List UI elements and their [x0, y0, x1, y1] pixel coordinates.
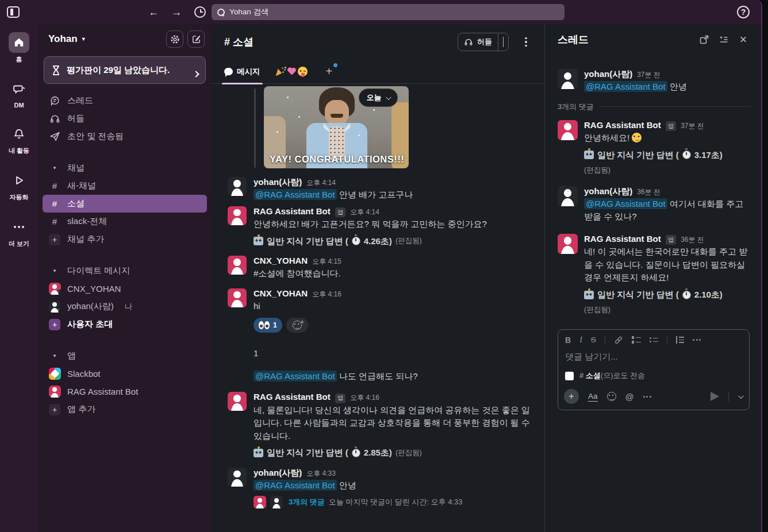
message-timestamp[interactable]: 36분 전 — [637, 187, 661, 197]
message[interactable]: CNX_YOHAN 오후 4:15 #소셜에 참여했습니다. — [212, 253, 544, 282]
message-author[interactable]: RAG Assistant Bot — [584, 120, 661, 130]
sidebar-app-rag-bot[interactable]: RAG Assistant Bot — [43, 383, 207, 400]
workspace-name[interactable]: Yohan — [48, 33, 78, 45]
message-author[interactable]: yohan(사람) — [254, 177, 302, 188]
mention[interactable]: @RAG Assistant Bot — [254, 371, 337, 381]
apps-section-header[interactable]: ▼ 앱 — [43, 347, 207, 365]
reply-input[interactable]: 댓글 남기기... — [558, 348, 749, 369]
more-formatting-button[interactable] — [693, 339, 701, 341]
dm-section-header[interactable]: ▼ 다이렉트 메시지 — [43, 262, 207, 280]
italic-button[interactable]: I — [579, 336, 582, 345]
channels-section-header[interactable]: ▼ 채널 — [43, 159, 207, 177]
mention[interactable]: @RAG Assistant Bot — [254, 480, 337, 491]
filter-settings-button[interactable] — [166, 30, 183, 48]
history-forward-icon[interactable]: → — [171, 7, 182, 17]
message-timestamp[interactable]: 37분 전 — [637, 70, 661, 80]
avatar[interactable] — [228, 206, 247, 225]
rail-item-more[interactable]: 더 보기 — [9, 217, 29, 248]
avatar[interactable] — [558, 69, 578, 89]
message[interactable]: yohan(사람) 오후 4:14 @RAG Assistant Bot 안녕 … — [212, 174, 544, 203]
bold-button[interactable]: B — [565, 336, 571, 345]
mention[interactable]: @RAG Assistant Bot — [254, 189, 337, 200]
send-button[interactable] — [711, 392, 719, 401]
rail-item-activity[interactable]: 내 활동 — [9, 124, 29, 155]
message[interactable]: yohan(사람) 오후 4:33 @RAG Assistant Bot 안녕 … — [212, 465, 544, 511]
message-author[interactable]: RAG Assistant Bot — [254, 392, 331, 402]
date-pill[interactable]: 오늘 — [359, 88, 398, 107]
mention-button[interactable]: @ — [625, 392, 634, 402]
message-author[interactable]: CNX_YOHAN — [254, 288, 308, 298]
send-options-chevron-icon[interactable] — [738, 393, 744, 399]
avatar[interactable] — [558, 234, 578, 254]
attach-button[interactable]: + — [564, 389, 579, 404]
mention[interactable]: @RAG Assistant Bot — [584, 198, 667, 209]
avatar[interactable] — [228, 468, 247, 487]
bulleted-list-button[interactable] — [650, 337, 658, 342]
message-timestamp[interactable]: 오후 4:14 — [306, 178, 336, 188]
message[interactable]: yohan(사람) 36분 전 @RAG Assistant Bot 여기서 대… — [545, 183, 761, 225]
compose-button[interactable] — [187, 30, 205, 48]
message[interactable]: 1 — [212, 344, 544, 362]
thread-indicator[interactable]: 3개의 댓글 오늘 마지막 댓글이 달린 시간: 오후 4:33 — [254, 496, 531, 508]
message-timestamp[interactable]: 37분 전 — [681, 121, 704, 131]
help-icon[interactable]: ? — [737, 6, 750, 18]
sidebar-dm-cnx-yohan[interactable]: ☾ CNX_YOHAN — [43, 280, 207, 298]
add-channel-button[interactable]: + 채널 추가 — [43, 230, 207, 248]
message-author[interactable]: yohan(사람) — [584, 186, 632, 197]
formatting-toggle-button[interactable]: Aa — [588, 392, 598, 402]
sidebar-item-drafts[interactable]: 초안 및 전송됨 — [43, 128, 207, 145]
message-author[interactable]: yohan(사람) — [584, 69, 632, 80]
huddle-button[interactable]: 허들 — [458, 33, 509, 51]
message-timestamp[interactable]: 36분 전 — [681, 235, 704, 245]
avatar[interactable] — [558, 120, 578, 140]
broadcast-checkbox[interactable] — [565, 372, 574, 380]
message[interactable]: yohan(사람) 37분 전 @RAG Assistant Bot 안녕 — [545, 65, 761, 95]
message[interactable]: RAG Assistant Bot 앱 37분 전 안녕하세요! 일반 지식 기… — [545, 117, 761, 177]
avatar[interactable] — [558, 186, 578, 206]
sidebar-channel-new[interactable]: # 새-채널 — [43, 177, 207, 195]
workspace-caret-icon[interactable]: ▼ — [81, 36, 86, 42]
later-checklist-button[interactable] — [714, 30, 734, 49]
message-author[interactable]: RAG Assistant Bot — [254, 206, 331, 216]
message-timestamp[interactable]: 오후 4:15 — [312, 257, 341, 267]
channel-title[interactable]: # 소셜 — [224, 35, 254, 49]
message[interactable]: @RAG Assistant Bot 나도 언급해도 되나? — [212, 367, 544, 385]
history-back-icon[interactable]: ← — [148, 7, 159, 17]
search-input[interactable]: Yohan 검색 — [212, 4, 565, 20]
sidebar-item-huddles[interactable]: 허들 — [43, 110, 207, 128]
blockquote-button[interactable] — [676, 336, 685, 344]
message[interactable]: RAG Assistant Bot 앱 오후 4:14 안녕하세요! 배가 고픈… — [212, 203, 544, 250]
add-app-button[interactable]: + 앱 추가 — [43, 400, 207, 418]
avatar[interactable] — [228, 177, 247, 196]
trial-banner[interactable]: 평가판이 29일 남았습니다. — [44, 56, 206, 84]
reaction-eyes[interactable]: 1 — [254, 318, 282, 333]
rail-item-home[interactable]: 홈 — [9, 32, 29, 64]
message-author[interactable]: yohan(사람) — [254, 468, 302, 479]
strikethrough-button[interactable]: S — [591, 336, 596, 344]
sidebar-channel-slack-all[interactable]: # slack-전체 — [43, 213, 207, 230]
invite-users-button[interactable]: + 사용자 초대 — [43, 315, 207, 333]
tab-messages[interactable]: 메시지 — [224, 60, 260, 84]
sidebar-dm-yohan-self[interactable]: ☾ yohan(사람) 나 — [43, 298, 207, 315]
channel-menu-button[interactable] — [517, 33, 535, 51]
message[interactable]: RAG Assistant Bot 앱 오후 4:16 네, 물론입니다! 당신… — [212, 389, 544, 461]
message[interactable]: RAG Assistant Bot 앱 36분 전 네! 이 곳에서는 한국어로… — [545, 230, 761, 317]
message-timestamp[interactable]: 오후 4:14 — [350, 207, 379, 217]
mention[interactable]: @RAG Assistant Bot — [584, 81, 667, 92]
tab-emoji[interactable] — [275, 60, 308, 84]
huddle-caret-button[interactable] — [498, 37, 508, 47]
ordered-list-button[interactable] — [632, 336, 641, 344]
history-clock-icon[interactable] — [194, 6, 206, 18]
message-timestamp[interactable]: 오후 4:33 — [306, 469, 336, 479]
avatar[interactable] — [228, 256, 247, 275]
rail-item-automation[interactable]: 자동화 — [9, 170, 29, 202]
message-author[interactable]: CNX_YOHAN — [254, 256, 308, 265]
message-timestamp[interactable]: 오후 4:16 — [312, 290, 341, 299]
open-in-window-button[interactable] — [694, 30, 714, 49]
sidebar-app-slackbot[interactable]: Slackbot — [43, 365, 207, 383]
add-reaction-button[interactable]: + — [286, 318, 308, 333]
emoji-picker-button[interactable] — [607, 392, 616, 401]
rail-item-dm[interactable]: DM — [9, 79, 29, 109]
sidebar-channel-social[interactable]: # 소셜 — [43, 195, 207, 213]
close-icon[interactable]: × — [734, 30, 753, 49]
